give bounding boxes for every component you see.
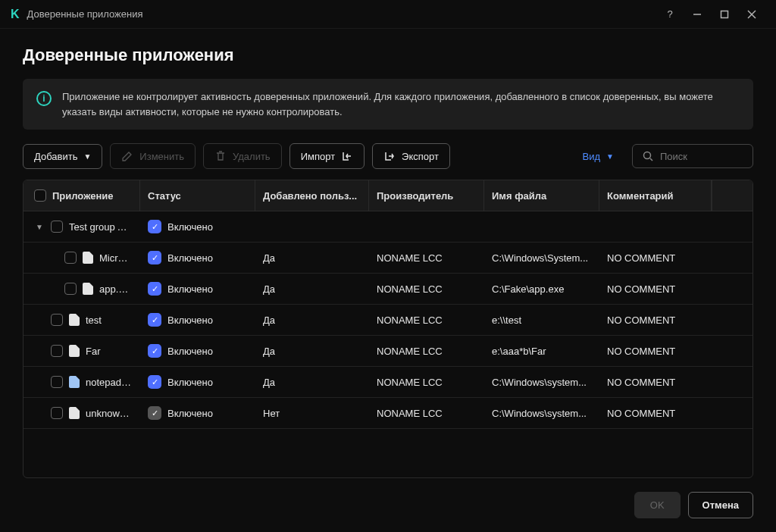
status-toggle[interactable]: ✓ <box>148 313 161 327</box>
cell-added: Нет <box>255 408 369 419</box>
status-toggle[interactable]: ✓ <box>148 344 161 358</box>
delete-label: Удалить <box>233 151 271 162</box>
row-checkbox[interactable] <box>51 221 63 233</box>
col-app[interactable]: Приложение <box>23 180 140 211</box>
add-label: Добавить <box>34 151 77 162</box>
select-all-checkbox[interactable] <box>34 189 46 202</box>
app-name: Test group App <box>69 221 133 233</box>
header-app-label: Приложение <box>52 190 113 202</box>
search-input[interactable] <box>660 151 743 162</box>
row-checkbox[interactable] <box>51 376 63 388</box>
file-icon <box>69 314 80 326</box>
import-button[interactable]: Импорт <box>289 143 365 169</box>
toolbar: Добавить ▼ Изменить Удалить Импорт Экспо… <box>23 143 753 169</box>
maximize-button[interactable] <box>711 3 738 26</box>
file-icon <box>83 252 93 264</box>
view-button[interactable]: Вид ▼ <box>572 145 624 168</box>
app-name: notepad.e... <box>86 377 133 388</box>
table-row[interactable]: test✓ВключеноДаNONAME LCCe:\\testNO COMM… <box>23 305 753 336</box>
table-row[interactable]: unknown....✓ВключеноНетNONAME LCCC:\Wind… <box>23 398 753 429</box>
status-toggle[interactable]: ✓ <box>148 251 161 264</box>
cell-file: e:\aaa*b\Far <box>484 346 599 357</box>
cell-vendor: NONAME LCC <box>369 408 484 419</box>
status-text: Включено <box>167 221 213 233</box>
status-toggle[interactable]: ✓ <box>148 375 161 389</box>
cell-added: Да <box>255 377 369 388</box>
add-button[interactable]: Добавить ▼ <box>23 144 102 169</box>
col-end <box>712 180 753 211</box>
table-row[interactable]: Far✓ВключеноДаNONAME LCCe:\aaa*b\FarNO C… <box>23 336 753 367</box>
import-label: Импорт <box>301 151 335 162</box>
edit-button: Изменить <box>110 143 196 169</box>
file-icon <box>69 376 80 388</box>
ok-button: OK <box>634 492 681 518</box>
row-checkbox[interactable] <box>51 314 63 326</box>
app-name: Micros... <box>99 252 133 264</box>
app-name: app.exe <box>99 283 133 295</box>
cell-file: C:\Windows\System... <box>484 252 599 264</box>
search-icon <box>642 150 654 162</box>
minimize-icon <box>691 8 703 20</box>
export-icon <box>383 150 396 162</box>
apps-table: Приложение Статус Добавлено польз... Про… <box>23 180 753 478</box>
delete-button: Удалить <box>203 143 282 169</box>
cell-vendor: NONAME LCC <box>369 377 484 388</box>
app-name: test <box>86 315 102 326</box>
table-row[interactable]: notepad.e...✓ВключеноДаNONAME LCCC:\Wind… <box>23 367 753 398</box>
status-text: Включено <box>167 315 213 326</box>
cell-file: C:\Windows\system... <box>484 408 599 419</box>
cell-comment: NO COMMENT <box>599 283 712 295</box>
row-checkbox[interactable] <box>51 345 63 357</box>
svg-point-4 <box>644 152 651 159</box>
file-icon <box>69 407 80 419</box>
status-text: Включено <box>167 252 213 264</box>
status-toggle[interactable]: ✓ <box>148 282 161 296</box>
col-status[interactable]: Статус <box>140 180 255 211</box>
cancel-button[interactable]: Отмена <box>688 492 753 518</box>
app-name: unknown.... <box>86 408 133 419</box>
status-toggle[interactable]: ✓ <box>148 406 161 420</box>
chevron-down-icon[interactable]: ▼ <box>34 223 45 231</box>
close-icon <box>746 8 758 20</box>
view-label: Вид <box>583 151 601 162</box>
export-button[interactable]: Экспорт <box>372 143 450 169</box>
footer: OK Отмена <box>23 478 753 518</box>
pencil-icon <box>121 150 133 162</box>
cell-file: e:\\test <box>484 315 599 326</box>
table-row[interactable]: app.exe✓ВключеноДаNONAME LCCC:\Fake\app.… <box>23 274 753 305</box>
col-added[interactable]: Добавлено польз... <box>255 180 369 211</box>
import-icon <box>341 150 353 162</box>
cell-vendor: NONAME LCC <box>369 346 484 357</box>
cell-vendor: NONAME LCC <box>369 283 484 295</box>
page-title: Доверенные приложения <box>23 45 753 65</box>
table-row[interactable]: ▼Test group App✓Включено <box>23 211 753 243</box>
cell-comment: NO COMMENT <box>599 377 712 388</box>
search-box[interactable] <box>632 144 753 168</box>
cell-comment: NO COMMENT <box>599 408 712 419</box>
cell-file: C:\Windows\system... <box>484 377 599 388</box>
col-file[interactable]: Имя файла <box>484 180 599 211</box>
help-button[interactable]: ? <box>656 3 684 26</box>
titlebar: K Доверенные приложения ? <box>0 0 776 29</box>
app-logo-icon: K <box>11 8 20 21</box>
close-button[interactable] <box>738 3 765 26</box>
maximize-icon <box>718 8 731 20</box>
status-toggle[interactable]: ✓ <box>148 220 161 233</box>
status-text: Включено <box>167 283 213 295</box>
row-checkbox[interactable] <box>64 283 77 295</box>
cell-added: Да <box>255 315 369 326</box>
row-checkbox[interactable] <box>64 252 77 264</box>
minimize-button[interactable] <box>684 3 711 26</box>
export-label: Экспорт <box>402 151 439 162</box>
window-title: Доверенные приложения <box>27 8 143 20</box>
svg-line-5 <box>650 158 652 161</box>
info-icon: i <box>36 91 52 106</box>
status-text: Включено <box>167 346 213 357</box>
row-checkbox[interactable] <box>51 407 63 419</box>
info-banner: i Приложение не контролирует активность … <box>23 79 753 130</box>
table-row[interactable]: Micros...✓ВключеноДаNONAME LCCC:\Windows… <box>23 243 753 274</box>
col-vendor[interactable]: Производитель <box>369 180 484 211</box>
app-name: Far <box>86 346 101 357</box>
cell-added: Да <box>255 283 369 295</box>
col-comment[interactable]: Комментарий <box>599 180 712 211</box>
